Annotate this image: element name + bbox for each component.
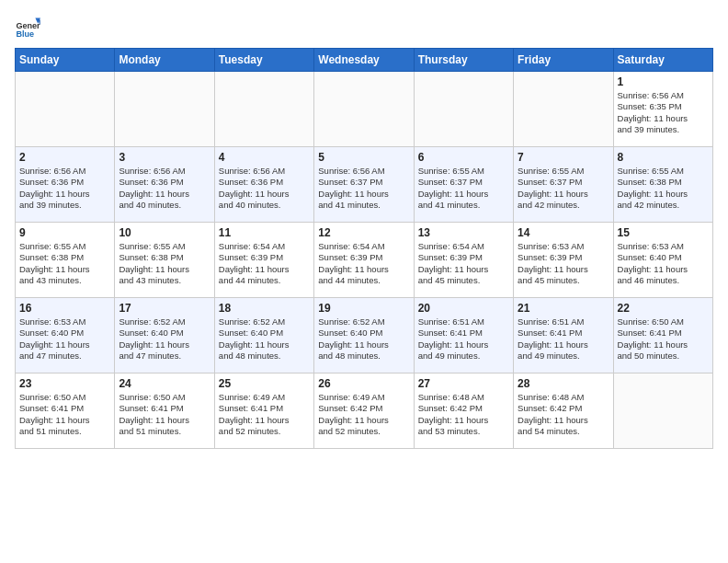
calendar-cell <box>514 72 613 147</box>
logo-icon: General Blue <box>15 15 40 40</box>
day-info: Sunrise: 6:56 AM Sunset: 6:37 PM Dayligh… <box>318 166 409 211</box>
day-info: Sunrise: 6:51 AM Sunset: 6:41 PM Dayligh… <box>518 316 609 362</box>
calendar-cell: 27Sunrise: 6:48 AM Sunset: 6:42 PM Dayli… <box>414 373 513 449</box>
calendar-week-1: 1Sunrise: 6:56 AM Sunset: 6:35 PM Daylig… <box>16 72 713 147</box>
calendar-cell: 15Sunrise: 6:53 AM Sunset: 6:40 PM Dayli… <box>613 223 712 298</box>
day-number: 2 <box>19 151 110 164</box>
day-info: Sunrise: 6:56 AM Sunset: 6:36 PM Dayligh… <box>119 166 210 211</box>
calendar-cell: 14Sunrise: 6:53 AM Sunset: 6:39 PM Dayli… <box>514 223 613 298</box>
calendar-cell: 6Sunrise: 6:55 AM Sunset: 6:37 PM Daylig… <box>414 147 513 223</box>
calendar-cell: 4Sunrise: 6:56 AM Sunset: 6:36 PM Daylig… <box>214 147 313 223</box>
day-info: Sunrise: 6:54 AM Sunset: 6:39 PM Dayligh… <box>219 241 310 286</box>
calendar-week-2: 2Sunrise: 6:56 AM Sunset: 6:36 PM Daylig… <box>16 147 713 223</box>
calendar-cell: 2Sunrise: 6:56 AM Sunset: 6:36 PM Daylig… <box>16 147 115 223</box>
day-info: Sunrise: 6:53 AM Sunset: 6:40 PM Dayligh… <box>618 241 709 286</box>
calendar-cell: 16Sunrise: 6:53 AM Sunset: 6:40 PM Dayli… <box>16 298 115 373</box>
day-info: Sunrise: 6:48 AM Sunset: 6:42 PM Dayligh… <box>518 392 609 437</box>
day-number: 11 <box>219 226 310 239</box>
calendar-cell: 21Sunrise: 6:51 AM Sunset: 6:41 PM Dayli… <box>514 298 613 373</box>
calendar-cell: 26Sunrise: 6:49 AM Sunset: 6:42 PM Dayli… <box>314 373 414 449</box>
calendar-header-sunday: Sunday <box>16 49 115 72</box>
day-info: Sunrise: 6:51 AM Sunset: 6:41 PM Dayligh… <box>418 316 509 362</box>
day-info: Sunrise: 6:55 AM Sunset: 6:38 PM Dayligh… <box>618 166 709 211</box>
calendar-header-monday: Monday <box>115 49 214 72</box>
day-info: Sunrise: 6:49 AM Sunset: 6:41 PM Dayligh… <box>219 392 310 437</box>
day-number: 27 <box>418 377 509 390</box>
day-number: 1 <box>618 75 709 88</box>
calendar-week-4: 16Sunrise: 6:53 AM Sunset: 6:40 PM Dayli… <box>16 298 713 373</box>
calendar-cell: 1Sunrise: 6:56 AM Sunset: 6:35 PM Daylig… <box>613 72 712 147</box>
calendar-cell <box>214 72 313 147</box>
day-number: 9 <box>19 226 110 239</box>
calendar-header-row: SundayMondayTuesdayWednesdayThursdayFrid… <box>16 49 713 72</box>
day-number: 23 <box>19 377 110 390</box>
calendar-cell: 18Sunrise: 6:52 AM Sunset: 6:40 PM Dayli… <box>214 298 313 373</box>
calendar-cell: 22Sunrise: 6:50 AM Sunset: 6:41 PM Dayli… <box>613 298 712 373</box>
day-number: 16 <box>19 302 110 315</box>
day-number: 24 <box>119 377 210 390</box>
calendar-header-friday: Friday <box>514 49 613 72</box>
calendar-cell <box>414 72 513 147</box>
day-number: 22 <box>618 302 709 315</box>
calendar-week-3: 9Sunrise: 6:55 AM Sunset: 6:38 PM Daylig… <box>16 223 713 298</box>
calendar-cell <box>314 72 414 147</box>
day-number: 26 <box>318 377 409 390</box>
calendar-cell <box>613 373 712 449</box>
calendar-cell: 25Sunrise: 6:49 AM Sunset: 6:41 PM Dayli… <box>214 373 313 449</box>
day-info: Sunrise: 6:50 AM Sunset: 6:41 PM Dayligh… <box>19 392 110 437</box>
day-info: Sunrise: 6:52 AM Sunset: 6:40 PM Dayligh… <box>219 316 310 362</box>
calendar-header-thursday: Thursday <box>414 49 513 72</box>
page-container: General Blue SundayMondayTuesdayWednesda… <box>0 0 728 456</box>
day-number: 12 <box>318 226 409 239</box>
day-info: Sunrise: 6:52 AM Sunset: 6:40 PM Dayligh… <box>318 316 409 362</box>
day-info: Sunrise: 6:54 AM Sunset: 6:39 PM Dayligh… <box>418 241 509 286</box>
day-info: Sunrise: 6:54 AM Sunset: 6:39 PM Dayligh… <box>318 241 409 286</box>
calendar-cell: 12Sunrise: 6:54 AM Sunset: 6:39 PM Dayli… <box>314 223 414 298</box>
calendar-cell: 23Sunrise: 6:50 AM Sunset: 6:41 PM Dayli… <box>16 373 115 449</box>
day-number: 15 <box>618 226 709 239</box>
calendar-header-tuesday: Tuesday <box>214 49 313 72</box>
day-number: 17 <box>119 302 210 315</box>
day-number: 10 <box>119 226 210 239</box>
day-number: 6 <box>418 151 509 164</box>
day-info: Sunrise: 6:55 AM Sunset: 6:37 PM Dayligh… <box>418 166 509 211</box>
day-number: 25 <box>219 377 310 390</box>
calendar-cell: 5Sunrise: 6:56 AM Sunset: 6:37 PM Daylig… <box>314 147 414 223</box>
calendar-cell: 9Sunrise: 6:55 AM Sunset: 6:38 PM Daylig… <box>16 223 115 298</box>
day-number: 13 <box>418 226 509 239</box>
calendar-cell: 20Sunrise: 6:51 AM Sunset: 6:41 PM Dayli… <box>414 298 513 373</box>
day-info: Sunrise: 6:55 AM Sunset: 6:38 PM Dayligh… <box>119 241 210 286</box>
day-info: Sunrise: 6:52 AM Sunset: 6:40 PM Dayligh… <box>119 316 210 362</box>
calendar-cell: 28Sunrise: 6:48 AM Sunset: 6:42 PM Dayli… <box>514 373 613 449</box>
calendar-cell: 10Sunrise: 6:55 AM Sunset: 6:38 PM Dayli… <box>115 223 214 298</box>
calendar-cell <box>115 72 214 147</box>
day-number: 28 <box>518 377 609 390</box>
calendar-cell: 17Sunrise: 6:52 AM Sunset: 6:40 PM Dayli… <box>115 298 214 373</box>
day-info: Sunrise: 6:55 AM Sunset: 6:37 PM Dayligh… <box>518 166 609 211</box>
day-info: Sunrise: 6:56 AM Sunset: 6:36 PM Dayligh… <box>219 166 310 211</box>
day-info: Sunrise: 6:50 AM Sunset: 6:41 PM Dayligh… <box>618 316 709 362</box>
calendar-table: SundayMondayTuesdayWednesdayThursdayFrid… <box>15 48 713 449</box>
day-info: Sunrise: 6:56 AM Sunset: 6:36 PM Dayligh… <box>19 166 110 211</box>
calendar-cell: 3Sunrise: 6:56 AM Sunset: 6:36 PM Daylig… <box>115 147 214 223</box>
calendar-week-5: 23Sunrise: 6:50 AM Sunset: 6:41 PM Dayli… <box>16 373 713 449</box>
day-number: 3 <box>119 151 210 164</box>
day-info: Sunrise: 6:48 AM Sunset: 6:42 PM Dayligh… <box>418 392 509 437</box>
svg-text:Blue: Blue <box>16 29 34 39</box>
calendar-cell: 7Sunrise: 6:55 AM Sunset: 6:37 PM Daylig… <box>514 147 613 223</box>
calendar-cell: 8Sunrise: 6:55 AM Sunset: 6:38 PM Daylig… <box>613 147 712 223</box>
day-info: Sunrise: 6:50 AM Sunset: 6:41 PM Dayligh… <box>119 392 210 437</box>
logo: General Blue <box>15 15 44 40</box>
calendar-cell: 19Sunrise: 6:52 AM Sunset: 6:40 PM Dayli… <box>314 298 414 373</box>
day-number: 5 <box>318 151 409 164</box>
day-number: 14 <box>518 226 609 239</box>
day-number: 20 <box>418 302 509 315</box>
day-number: 21 <box>518 302 609 315</box>
calendar-cell: 13Sunrise: 6:54 AM Sunset: 6:39 PM Dayli… <box>414 223 513 298</box>
calendar-header-wednesday: Wednesday <box>314 49 414 72</box>
calendar-cell: 11Sunrise: 6:54 AM Sunset: 6:39 PM Dayli… <box>214 223 313 298</box>
day-number: 8 <box>618 151 709 164</box>
calendar-cell <box>16 72 115 147</box>
day-number: 18 <box>219 302 310 315</box>
day-number: 7 <box>518 151 609 164</box>
